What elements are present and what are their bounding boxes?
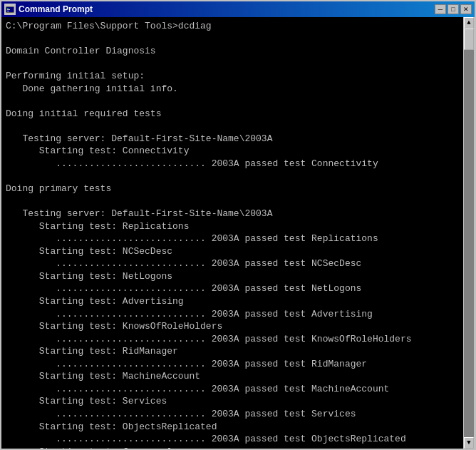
minimize-button[interactable]: ─ (435, 4, 446, 14)
svg-rect-4 (7, 11, 9, 11)
window-controls[interactable]: ─ □ ✕ (435, 4, 472, 14)
title-bar: Command Prompt ─ □ ✕ (1, 1, 475, 17)
scroll-track (464, 29, 474, 437)
scroll-down-button[interactable]: ▼ (464, 437, 474, 449)
scroll-up-button[interactable]: ▲ (464, 17, 474, 29)
maximize-button[interactable]: □ (447, 4, 459, 14)
svg-rect-2 (7, 8, 9, 9)
scroll-thumb[interactable] (464, 29, 474, 50)
content-area: C:\Program Files\Support Tools>dcdiag Do… (1, 17, 475, 449)
title-bar-left: Command Prompt (4, 4, 93, 15)
close-button[interactable]: ✕ (460, 4, 472, 14)
svg-rect-3 (7, 9, 10, 10)
console-output: C:\Program Files\Support Tools>dcdiag Do… (1, 17, 463, 449)
scrollbar[interactable]: ▲ ▼ (463, 17, 475, 449)
window-icon (4, 4, 16, 15)
window-title: Command Prompt (19, 4, 93, 14)
main-window: Command Prompt ─ □ ✕ C:\Program Files\Su… (0, 0, 476, 450)
